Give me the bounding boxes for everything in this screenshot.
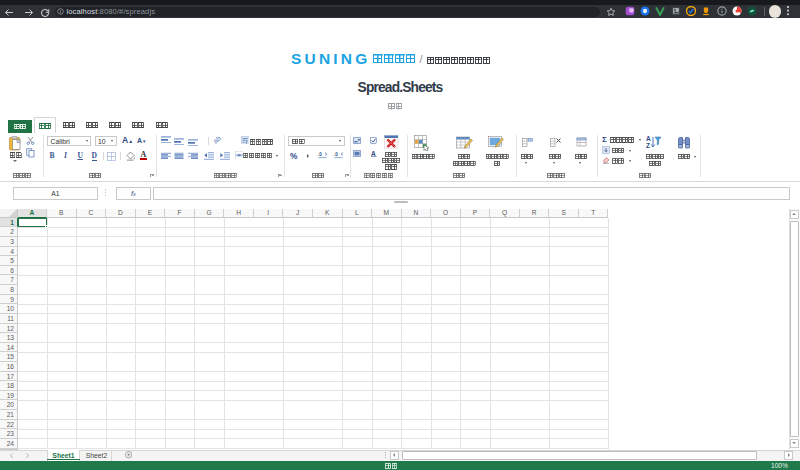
svg-text:.0: .0 <box>318 152 322 157</box>
svg-text:A: A <box>646 135 651 142</box>
svg-text:A: A <box>371 150 376 157</box>
svg-text:Z: Z <box>646 142 650 149</box>
svg-text:.0: .0 <box>334 152 338 157</box>
